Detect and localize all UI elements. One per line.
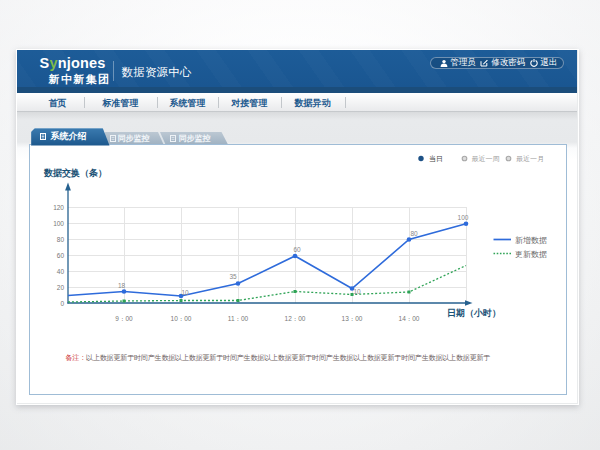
svg-text:新增数据: 新增数据 bbox=[515, 235, 547, 244]
svg-text:100: 100 bbox=[53, 219, 64, 226]
svg-text:40: 40 bbox=[56, 267, 64, 274]
svg-text:10: 10 bbox=[353, 287, 361, 294]
svg-text:13：00: 13：00 bbox=[341, 315, 362, 322]
svg-text:60: 60 bbox=[56, 251, 64, 258]
svg-text:最近一月: 最近一月 bbox=[516, 155, 544, 163]
svg-text:100: 100 bbox=[457, 213, 468, 220]
svg-text:80: 80 bbox=[56, 235, 64, 242]
svg-text:35: 35 bbox=[229, 272, 237, 279]
svg-text:最近一周: 最近一周 bbox=[471, 155, 499, 162]
svg-text:60: 60 bbox=[293, 245, 301, 252]
svg-text:20: 20 bbox=[56, 283, 64, 290]
svg-text:14：00: 14：00 bbox=[398, 315, 419, 322]
svg-text:18: 18 bbox=[117, 282, 125, 289]
svg-text:120: 120 bbox=[53, 203, 64, 210]
svg-text:0: 0 bbox=[60, 299, 64, 306]
svg-text:日期（小时）: 日期（小时） bbox=[447, 308, 501, 318]
svg-text:11：00: 11：00 bbox=[227, 315, 248, 322]
svg-text:9：00: 9：00 bbox=[115, 315, 133, 322]
svg-text:80: 80 bbox=[410, 230, 418, 237]
svg-text:当日: 当日 bbox=[429, 155, 443, 163]
svg-text:12：00: 12：00 bbox=[284, 315, 305, 322]
svg-text:10：00: 10：00 bbox=[170, 315, 191, 322]
svg-text:更新数据: 更新数据 bbox=[515, 249, 547, 258]
svg-text:数据交换（条）: 数据交换（条） bbox=[43, 168, 107, 178]
svg-text:10: 10 bbox=[181, 289, 189, 296]
